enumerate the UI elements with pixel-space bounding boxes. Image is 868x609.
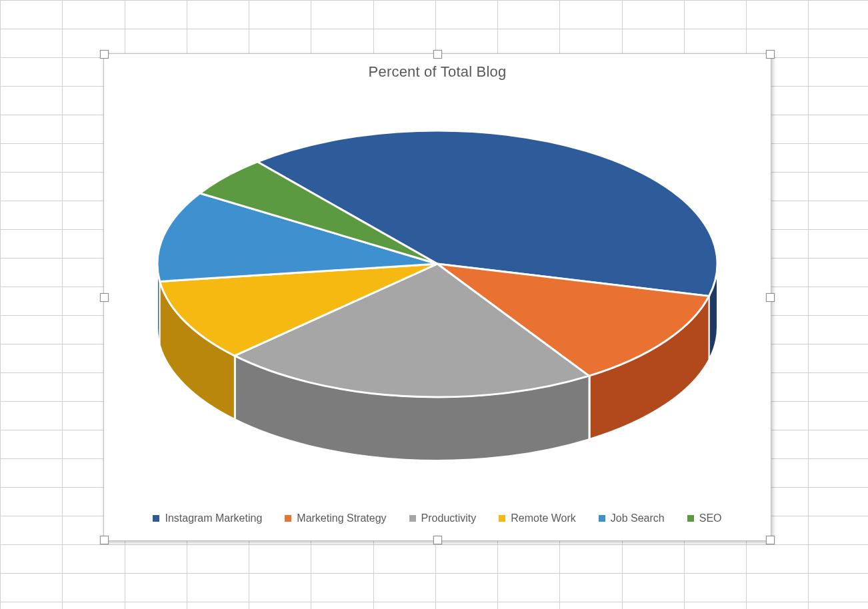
- legend-swatch: [599, 515, 605, 522]
- legend-label: Remote Work: [511, 512, 576, 524]
- legend-swatch: [499, 515, 505, 522]
- resize-handle-tl[interactable]: [100, 50, 109, 59]
- chart-legend: Instagram MarketingMarketing StrategyPro…: [104, 512, 771, 524]
- legend-label: Instagram Marketing: [165, 512, 262, 524]
- resize-handle-rm[interactable]: [766, 293, 775, 302]
- legend-item[interactable]: Job Search: [599, 512, 665, 524]
- resize-handle-lm[interactable]: [100, 293, 109, 302]
- legend-item[interactable]: Instagram Marketing: [153, 512, 262, 524]
- chart-object[interactable]: Percent of Total Blog Instagram Marketin…: [103, 53, 771, 541]
- legend-swatch: [687, 515, 694, 522]
- legend-label: SEO: [699, 512, 722, 524]
- legend-label: Job Search: [611, 512, 665, 524]
- resize-handle-tr[interactable]: [766, 50, 775, 59]
- legend-label: Marketing Strategy: [297, 512, 386, 524]
- pie-plot-area[interactable]: [104, 94, 771, 487]
- legend-swatch: [285, 515, 291, 522]
- chart-title: Percent of Total Blog: [104, 63, 771, 81]
- resize-handle-tm[interactable]: [433, 50, 442, 59]
- legend-item[interactable]: Productivity: [409, 512, 477, 524]
- legend-item[interactable]: SEO: [687, 512, 722, 524]
- resize-handle-bl[interactable]: [100, 536, 109, 544]
- resize-handle-br[interactable]: [766, 536, 775, 544]
- legend-item[interactable]: Remote Work: [499, 512, 576, 524]
- legend-swatch: [153, 515, 159, 522]
- resize-handle-bm[interactable]: [433, 536, 442, 544]
- legend-label: Productivity: [421, 512, 477, 524]
- legend-swatch: [409, 515, 416, 522]
- pie-svg: [104, 94, 771, 487]
- legend-item[interactable]: Marketing Strategy: [285, 512, 386, 524]
